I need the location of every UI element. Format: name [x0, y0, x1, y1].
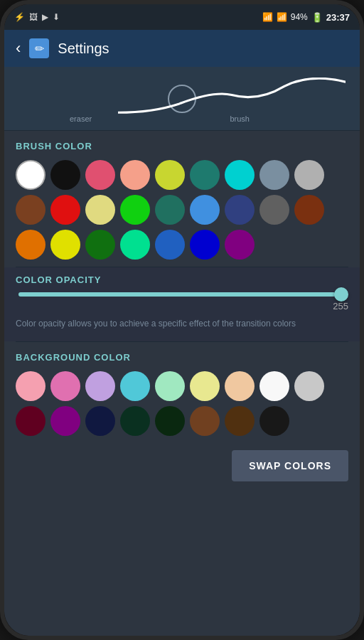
- brush-color-swatch-5[interactable]: [190, 160, 220, 190]
- brush-color-swatch-23[interactable]: [190, 230, 220, 260]
- brush-color-swatch-7[interactable]: [259, 160, 289, 190]
- brush-color-swatch-8[interactable]: [294, 160, 324, 190]
- time-label: 23:37: [326, 12, 350, 23]
- brush-color-swatch-22[interactable]: [155, 230, 185, 260]
- preview-area: eraser brush: [4, 67, 360, 131]
- swap-container: SWAP COLORS: [4, 443, 360, 493]
- battery-icon: 🔋: [311, 12, 323, 23]
- play-icon: ▶: [42, 12, 48, 22]
- app-bar: ‹ ✏ Settings: [4, 30, 360, 67]
- brush-color-swatch-3[interactable]: [120, 160, 150, 190]
- swap-colors-button[interactable]: SWAP COLORS: [232, 450, 348, 481]
- brush-color-swatch-6[interactable]: [225, 160, 255, 190]
- bg-color-swatch-2[interactable]: [85, 371, 115, 401]
- brush-color-swatch-10[interactable]: [50, 195, 80, 225]
- bg-color-swatch-7[interactable]: [259, 371, 289, 401]
- bg-color-swatch-4[interactable]: [155, 371, 185, 401]
- signal-icon: 📶: [277, 12, 287, 22]
- brush-color-swatch-4[interactable]: [155, 160, 185, 190]
- bg-color-swatch-8[interactable]: [294, 371, 324, 401]
- wifi-icon: 📶: [262, 12, 273, 22]
- brush-color-swatch-0[interactable]: [16, 160, 46, 190]
- brush-color-swatch-19[interactable]: [50, 230, 80, 260]
- brush-color-swatch-13[interactable]: [155, 195, 185, 225]
- bg-color-swatch-0[interactable]: [16, 371, 46, 401]
- background-color-section: BACKGROUND COLOR: [4, 342, 360, 443]
- bg-color-swatch-15[interactable]: [225, 406, 255, 436]
- status-bar: ⚡ 🖼 ▶ ⬇ 📶 📶 94% 🔋 23:37: [4, 4, 360, 30]
- status-icons-left: ⚡ 🖼 ▶ ⬇: [14, 12, 60, 22]
- brush-color-swatch-12[interactable]: [120, 195, 150, 225]
- pencil-icon: ✏: [35, 42, 44, 55]
- brush-label: brush: [230, 114, 250, 123]
- bg-color-swatch-16[interactable]: [259, 406, 289, 436]
- back-button[interactable]: ‹: [16, 39, 21, 58]
- status-right: 📶 📶 94% 🔋 23:37: [262, 12, 350, 23]
- brush-color-swatch-20[interactable]: [85, 230, 115, 260]
- eraser-label: eraser: [70, 114, 92, 123]
- opacity-description: Color opacity allows you to achieve a sp…: [16, 317, 348, 337]
- brush-color-swatch-14[interactable]: [190, 195, 220, 225]
- bg-color-swatch-10[interactable]: [50, 406, 80, 436]
- brush-color-swatch-1[interactable]: [50, 160, 80, 190]
- brush-color-swatch-21[interactable]: [120, 230, 150, 260]
- settings-content: BRUSH COLOR COLOR OPACITY 255 Color opac…: [4, 131, 360, 636]
- bg-color-swatch-5[interactable]: [190, 371, 220, 401]
- brush-color-swatch-9[interactable]: [16, 195, 46, 225]
- brush-color-swatch-24[interactable]: [225, 230, 255, 260]
- usb-icon: ⚡: [14, 12, 25, 22]
- brush-color-swatch-15[interactable]: [225, 195, 255, 225]
- bg-color-swatch-12[interactable]: [120, 406, 150, 436]
- brush-color-swatch-18[interactable]: [16, 230, 46, 260]
- slider-thumb[interactable]: [334, 287, 348, 302]
- app-icon: ✏: [29, 38, 49, 58]
- bg-color-swatch-9[interactable]: [16, 406, 46, 436]
- slider-fill: [18, 292, 336, 297]
- brush-color-title: BRUSH COLOR: [16, 141, 348, 151]
- phone-frame: ⚡ 🖼 ▶ ⬇ 📶 📶 94% 🔋 23:37 ‹ ✏ Settings: [0, 0, 364, 640]
- opacity-title: COLOR OPACITY: [16, 274, 348, 285]
- brush-color-swatch-2[interactable]: [85, 160, 115, 190]
- battery-label: 94%: [291, 12, 308, 22]
- brush-color-swatch-11[interactable]: [85, 195, 115, 225]
- opacity-value: 255: [16, 301, 348, 311]
- background-color-title: BACKGROUND COLOR: [16, 352, 348, 363]
- bg-color-swatch-13[interactable]: [155, 406, 185, 436]
- brush-color-swatch-16[interactable]: [259, 195, 289, 225]
- bg-color-swatch-14[interactable]: [190, 406, 220, 436]
- phone-inner: ⚡ 🖼 ▶ ⬇ 📶 📶 94% 🔋 23:37 ‹ ✏ Settings: [4, 4, 360, 636]
- bg-color-swatch-11[interactable]: [85, 406, 115, 436]
- bg-color-swatch-1[interactable]: [50, 371, 80, 401]
- bg-color-swatch-6[interactable]: [225, 371, 255, 401]
- brush-color-section: BRUSH COLOR: [4, 131, 360, 267]
- brush-color-grid: [16, 160, 348, 260]
- background-color-grid: [16, 371, 348, 436]
- bg-color-swatch-3[interactable]: [120, 371, 150, 401]
- page-title: Settings: [58, 41, 109, 57]
- opacity-section: COLOR OPACITY 255 Color opacity allows y…: [4, 267, 360, 341]
- download-icon: ⬇: [53, 12, 60, 22]
- brush-color-swatch-17[interactable]: [294, 195, 324, 225]
- opacity-slider[interactable]: [18, 292, 346, 297]
- image-icon: 🖼: [29, 12, 38, 22]
